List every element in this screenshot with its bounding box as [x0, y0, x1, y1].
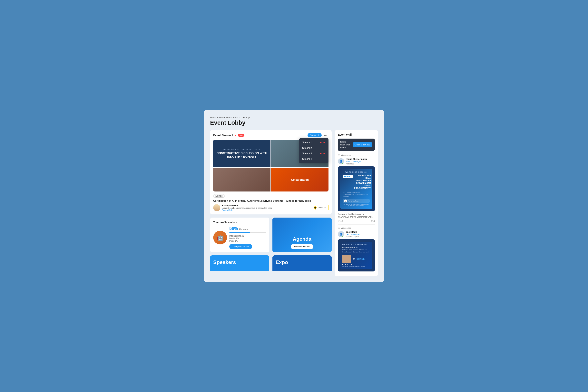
- dropdown-item-stream2[interactable]: Stream 2: [299, 145, 328, 151]
- dropdown-item-stream4[interactable]: Stream 4: [299, 156, 328, 162]
- stream-dropdown: Stream 1 ● LIVE Stream 2 Stream 3 ● LIVE…: [299, 138, 328, 163]
- profile-avatar-large: 🤖: [213, 231, 227, 244]
- post1-user-role: Product Manager: [346, 160, 367, 163]
- agenda-content: Agenda Discover Details: [272, 233, 332, 252]
- create-post-button[interactable]: Create a new post: [352, 142, 372, 147]
- stream-select-button[interactable]: Stream 1: [308, 133, 322, 138]
- play-icon: ▶: [344, 200, 347, 202]
- post2-verified-dot-icon: [342, 236, 344, 237]
- profile-percent: 56%: [229, 226, 238, 231]
- speaker-company: Renault S.A.: [222, 209, 272, 211]
- video-cell-bottom-left: [213, 168, 270, 192]
- live-badge: LIVE: [238, 134, 244, 136]
- dryice-logo: ❄ DRYICE: [352, 256, 364, 261]
- speaker-face-img: [213, 204, 220, 211]
- opening-keynote-text: OPENING KEYNOTE:: [342, 246, 370, 248]
- post1-description: Opening at the Conference by we.CONECT a…: [338, 213, 375, 218]
- stream-controls: Stream 1 •••: [308, 133, 328, 138]
- expo-label: Expo: [276, 259, 328, 266]
- renault-logo: Renault S.A.: [313, 206, 328, 210]
- aspera-logo-container: Aspera™: [342, 174, 353, 179]
- post2-user-company: Venture Capital: [346, 236, 360, 238]
- speaker-avatar: [213, 204, 220, 211]
- agenda-card: Agenda Discover Details: [272, 218, 332, 252]
- post2-opening-card: WE PROUDLY PRESENT: OPENING KEYNOTE: Sof…: [338, 239, 375, 272]
- opening-speaker-name: Dr. Barbara Brouwer: [342, 264, 370, 266]
- video-collab-img: Collaboration: [271, 168, 328, 192]
- workshop-card-inner: WORKSHOP SESSION Aspera™ WHAT IS THE IDE…: [340, 169, 372, 209]
- post2-user-row: 👤 Joe Black CEO & Founder Venture Capita…: [338, 231, 375, 238]
- speaker-role: Expert Deep Learning for Autonomous & Co…: [222, 207, 272, 209]
- discover-details-button[interactable]: Discover Details: [291, 244, 313, 249]
- post1-user-name: Klaus Mustermann: [346, 158, 367, 160]
- workshop-header-text: WORKSHOP SESSION: [342, 171, 370, 173]
- video-cell-main: FOCUS ON CUTTING EDGE TOPICS CONSTRUCTIV…: [213, 140, 270, 167]
- speaker-info: Rodolphe Gelin Expert Deep Learning for …: [222, 204, 272, 211]
- video-main-text: FOCUS ON CUTTING EDGE TOPICS CONSTRUCTIV…: [213, 146, 270, 161]
- renault-color-bar: [328, 206, 328, 210]
- speakers-card[interactable]: Speakers: [210, 256, 269, 271]
- post2-user-role: CEO & Founder: [346, 234, 360, 236]
- post1-like-button[interactable]: ♡ 12: [338, 220, 342, 222]
- agenda-label: Agenda: [276, 236, 328, 242]
- speakers-label: Speakers: [213, 259, 266, 266]
- keynote-tag: Keynote: [213, 194, 225, 198]
- lobby-title: Event Lobby: [210, 119, 378, 126]
- details-detail: Details 4/6: [229, 237, 266, 240]
- opening-present-text: WE PROUDLY PRESENT:: [342, 244, 370, 246]
- post1-actions: ♡ 12 3 💬: [338, 220, 375, 222]
- workshop-question: WHAT IS THE IDEAL RELATIONSHIP BETWEEN S…: [354, 174, 371, 190]
- aspera-logo: Aspera™: [342, 175, 353, 178]
- renault-label: Renault S.A.: [318, 207, 327, 209]
- session-title: Certification of AI in critical Autonomo…: [213, 199, 328, 203]
- event-wall-title: Event Wall: [338, 133, 375, 136]
- stream-title: Event Stream 1: [213, 134, 233, 137]
- dropdown-item-stream1[interactable]: Stream 1 ● LIVE: [299, 140, 328, 145]
- left-column: Event Stream 1 ● LIVE Stream 1 ••• Strea…: [210, 130, 332, 276]
- profile-card-title: Your profile matters: [213, 221, 266, 224]
- profile-stats: 56% Complete Matchmaking 2/5 Details 4/6…: [229, 226, 266, 249]
- welcome-text: Welcome to the 6th Tech.AD Europe: [210, 116, 378, 119]
- opening-bottom: ❄ DRYICE: [342, 254, 370, 263]
- bottom-row: Speakers Expo: [210, 256, 332, 271]
- collab-text: Collaboration: [290, 176, 310, 183]
- stream-card: Event Stream 1 ● LIVE Stream 1 ••• Strea…: [210, 130, 332, 214]
- stream-title-row: Event Stream 1 ● LIVE: [213, 134, 244, 137]
- post1-timestamp: 25 Minutes ago: [338, 154, 375, 156]
- expo-card[interactable]: Expo: [272, 256, 332, 271]
- more-options-button[interactable]: •••: [323, 133, 328, 138]
- complete-profile-button[interactable]: Complete Profile: [229, 244, 252, 249]
- post1-avatar: 👤: [338, 158, 344, 164]
- workshop-room-button[interactable]: ▶ Workshop Room: [342, 199, 370, 203]
- live-dot-icon: ●: [234, 134, 236, 136]
- profile-content: 🤖 56% Complete Matchmaking 2/5 Details 4…: [213, 226, 266, 249]
- app-container: Welcome to the 6th Tech.AD Europe Event …: [204, 110, 384, 282]
- post2-avatar: 👤: [338, 231, 344, 237]
- progress-bar-inner: [229, 232, 250, 233]
- post1-comment-button[interactable]: 3 💬: [370, 220, 375, 222]
- dropdown-item-stream3[interactable]: Stream 3 ● LIVE: [299, 151, 328, 156]
- post2-user-name: Joe Black: [346, 231, 360, 234]
- main-content: Event Stream 1 ● LIVE Stream 1 ••• Strea…: [210, 130, 378, 276]
- photo-detail: Photo 1/1: [229, 240, 266, 242]
- opening-subtitle: Software Development at Scale and InnerS…: [342, 249, 370, 253]
- opening-speaker-role: Marketing Associate, DRYICE GMBH: [342, 266, 370, 267]
- post1-user-row: 👤 Klaus Mustermann Product Manager Netsc…: [338, 158, 375, 165]
- speaker-row: Rodolphe Gelin Expert Deep Learning for …: [213, 204, 328, 211]
- stream-header: Event Stream 1 ● LIVE Stream 1 •••: [213, 133, 328, 138]
- post1-user-company: Netscope: [346, 163, 367, 165]
- profile-percent-row: 56% Complete: [229, 226, 266, 231]
- profile-complete-label: Complete: [239, 228, 248, 230]
- post1-likes: 12: [340, 220, 342, 222]
- dryice-text: DRYICE: [356, 258, 364, 260]
- profile-card: Your profile matters 🤖 56% Complete Matc: [210, 218, 269, 252]
- heart-icon: ♡: [338, 220, 340, 222]
- comment-icon: 💬: [372, 220, 375, 222]
- post1-user-info: Klaus Mustermann Product Manager Netscop…: [346, 158, 367, 165]
- opening-speaker-avatar: [342, 254, 351, 263]
- workshop-enter-text: ENTER WORKSHOP BY CLICKING THIS BUTTON I…: [342, 204, 370, 206]
- video-people-img: [213, 168, 270, 192]
- post2-user-info: Joe Black CEO & Founder Venture Capital: [346, 231, 360, 238]
- event-wall-card: Event Wall Share ideas with others Creat…: [335, 130, 378, 276]
- speaker-name: Rodolphe Gelin: [222, 204, 272, 207]
